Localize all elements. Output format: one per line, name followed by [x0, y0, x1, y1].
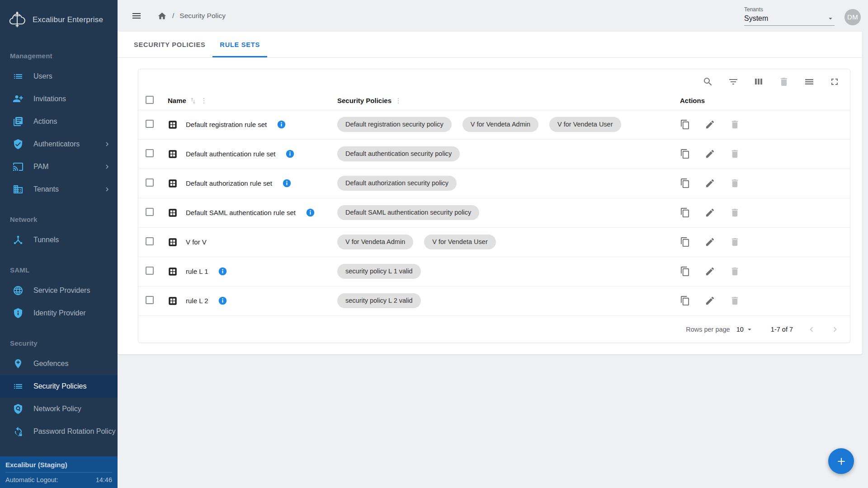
sidebar-item-tunnels[interactable]: Tunnels	[0, 229, 118, 251]
list-icon	[13, 381, 24, 392]
home-icon[interactable]	[157, 11, 167, 21]
row-checkbox[interactable]	[146, 178, 154, 187]
breadcrumb-current: Security Policy	[179, 12, 226, 20]
sidebar-item-invitations[interactable]: Invitations	[0, 88, 118, 110]
row-checkbox[interactable]	[146, 237, 154, 245]
sidebar-nav: Management Users Invitations Actions Aut…	[0, 34, 118, 488]
delete-icon[interactable]	[730, 296, 740, 306]
tenants-select[interactable]: Tenants System	[744, 6, 835, 26]
sidebar-item-geofences[interactable]: Geofences	[0, 352, 118, 375]
section-management: Management	[0, 46, 118, 65]
sidebar-item-label: Tenants	[33, 185, 93, 193]
column-menu-icon[interactable]	[394, 97, 402, 105]
density-icon[interactable]	[804, 76, 815, 87]
app-logo: Excalibur Enterprise	[0, 0, 118, 34]
row-checkbox[interactable]	[146, 149, 154, 157]
info-icon[interactable]	[277, 120, 286, 129]
policy-chip: Default registration security policy	[337, 117, 452, 132]
delete-icon[interactable]	[730, 149, 740, 159]
sidebar-item-service-providers[interactable]: Service Providers	[0, 279, 118, 302]
edit-icon[interactable]	[705, 119, 715, 130]
sidebar-item-label: Identity Provider	[33, 309, 111, 317]
column-menu-icon[interactable]	[200, 97, 208, 105]
delete-icon[interactable]	[730, 266, 740, 277]
info-icon[interactable]	[218, 267, 227, 276]
copy-icon[interactable]	[680, 237, 690, 247]
table-row: V for V V for Vendeta AdminV for Vendeta…	[138, 227, 850, 257]
copy-icon[interactable]	[680, 178, 690, 188]
rows-per-page-select[interactable]: 10	[736, 325, 754, 333]
row-checkbox[interactable]	[146, 120, 154, 128]
policy-chip: Default authentication security policy	[337, 146, 460, 161]
previous-page-icon[interactable]	[807, 324, 816, 334]
row-checkbox[interactable]	[146, 296, 154, 304]
edit-icon[interactable]	[705, 266, 715, 277]
delete-icon[interactable]	[730, 119, 740, 130]
view-columns-icon[interactable]	[753, 76, 764, 87]
select-all-checkbox[interactable]	[146, 96, 154, 104]
edit-icon[interactable]	[705, 149, 715, 159]
auto-logout-timer: 14:46	[96, 476, 112, 483]
policy-chips: Default authorization security policy	[337, 176, 676, 191]
copy-icon[interactable]	[680, 119, 690, 130]
info-icon[interactable]	[282, 178, 292, 188]
sidebar-item-actions[interactable]: Actions	[0, 110, 118, 133]
sidebar-item-identity-provider[interactable]: Identity Provider	[0, 302, 118, 324]
policy-chip: V for Vendeta Admin	[337, 235, 413, 249]
globe-icon	[13, 285, 24, 296]
rotate-lock-icon	[13, 426, 24, 437]
row-checkbox[interactable]	[146, 208, 154, 216]
edit-icon[interactable]	[705, 237, 715, 247]
sidebar-item-tenants[interactable]: Tenants	[0, 178, 118, 201]
delete-icon[interactable]	[730, 207, 740, 218]
sidebar-item-security-policies[interactable]: Security Policies	[0, 375, 118, 398]
delete-icon[interactable]	[730, 237, 740, 247]
filter-icon[interactable]	[728, 76, 739, 87]
fullscreen-icon[interactable]	[829, 76, 840, 87]
edit-icon[interactable]	[705, 207, 715, 218]
avatar[interactable]: DM	[844, 9, 861, 25]
policy-chips: security policy L 1 valid	[337, 264, 676, 279]
copy-icon[interactable]	[680, 149, 690, 159]
info-icon[interactable]	[218, 296, 227, 305]
chevron-right-icon	[103, 163, 111, 171]
edit-icon[interactable]	[705, 296, 715, 306]
sidebar-item-users[interactable]: Users	[0, 65, 118, 88]
sidebar-item-network-policy[interactable]: Network Policy	[0, 398, 118, 420]
row-checkbox[interactable]	[146, 267, 154, 275]
edit-icon[interactable]	[705, 178, 715, 188]
policy-chip: security policy L 2 valid	[337, 293, 421, 308]
sidebar-item-pam[interactable]: PAM	[0, 155, 118, 178]
delete-icon[interactable]	[778, 76, 789, 87]
avatar-initials: DM	[847, 13, 858, 21]
policy-chip: V for Vendeta User	[424, 235, 496, 249]
table-row: Default SAML authentication rule set Def…	[138, 198, 850, 227]
copy-icon[interactable]	[680, 207, 690, 218]
policy-chip: Default SAML authentication security pol…	[337, 205, 479, 220]
sidebar-item-password-rotation-policy[interactable]: Password Rotation Policy	[0, 420, 118, 443]
list-icon	[13, 71, 24, 82]
caret-down-icon	[745, 325, 754, 333]
add-rule-set-fab[interactable]	[828, 448, 854, 474]
rule-set-grid-icon	[168, 149, 178, 159]
hamburger-menu-icon[interactable]	[131, 10, 142, 21]
next-page-icon[interactable]	[830, 324, 840, 334]
column-header-name: Name	[168, 97, 186, 104]
section-security: Security	[0, 333, 118, 352]
copy-icon[interactable]	[680, 296, 690, 306]
rule-set-name: rule L 1	[186, 267, 208, 275]
tab-security-policies[interactable]: SECURITY POLICIES	[127, 32, 212, 57]
sidebar-item-authenticators[interactable]: Authenticators	[0, 133, 118, 155]
sidebar-item-label: Invitations	[33, 95, 111, 103]
info-icon[interactable]	[285, 149, 295, 159]
tab-rule-sets[interactable]: RULE SETS	[212, 32, 267, 57]
rule-set-name: V for V	[186, 238, 207, 246]
copy-icon[interactable]	[680, 266, 690, 277]
topbar: / Security Policy Tenants System DM	[118, 0, 868, 32]
search-icon[interactable]	[703, 76, 713, 87]
sidebar-item-label: Tunnels	[33, 236, 111, 244]
info-icon[interactable]	[306, 208, 315, 217]
delete-icon[interactable]	[730, 178, 740, 188]
breadcrumb-separator: /	[172, 12, 174, 20]
sort-icon[interactable]	[189, 97, 197, 105]
